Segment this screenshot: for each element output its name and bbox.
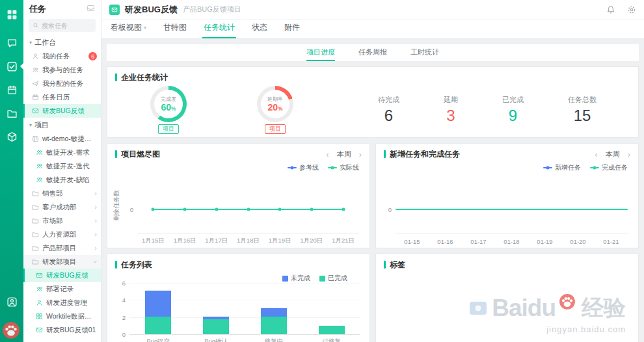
charts-row-2: 任务列表 未完成已完成 0246 Bug提交Bug确认修复中已修复 标签 bbox=[107, 254, 639, 342]
sidebar-item[interactable]: 敏捷开发-缺陷 bbox=[23, 173, 101, 187]
stat-label: 延期 bbox=[444, 95, 458, 105]
legend-item-实际线[interactable]: 实际线 bbox=[328, 163, 359, 172]
apps-icon[interactable] bbox=[0, 126, 23, 147]
task-list-bar-chart: 未完成已完成 0246 Bug提交Bug确认修复中已修复 bbox=[107, 272, 369, 342]
sidebar-item[interactable]: 敏捷开发-需求 bbox=[23, 146, 101, 159]
calendar-icon[interactable] bbox=[0, 79, 23, 100]
inbox-icon[interactable] bbox=[87, 4, 95, 14]
sidebar-item[interactable]: 部署记录 bbox=[23, 282, 101, 296]
legend-item-已完成[interactable]: 已完成 bbox=[319, 274, 347, 283]
tab-附件[interactable]: 附件 bbox=[284, 22, 300, 38]
x-tick-label: 01-15 bbox=[396, 238, 429, 245]
sidebar-item[interactable]: 客户成功部› bbox=[23, 200, 101, 214]
stat-已完成: 已完成9 bbox=[502, 95, 524, 125]
gear-icon[interactable] bbox=[627, 5, 636, 14]
tab-状态[interactable]: 状态 bbox=[252, 22, 267, 38]
sidebar-item[interactable]: 敏捷开发-迭代 bbox=[23, 159, 101, 173]
people-icon bbox=[36, 285, 43, 293]
data-point[interactable] bbox=[310, 208, 313, 211]
next-period-button[interactable]: › bbox=[359, 150, 362, 159]
sidebar-item[interactable]: 研发BUG反馈 bbox=[23, 269, 101, 282]
chat-icon[interactable] bbox=[0, 33, 23, 53]
y-tick-label: 0 bbox=[130, 206, 133, 213]
sidebar-item-label: 敏捷开发-缺陷 bbox=[46, 176, 97, 185]
search-box bbox=[29, 19, 96, 32]
sidebar: 任务 ▾工作台我的任务6我参与的任务我分配的任务任务日历研发BUG反馈▾项目wt… bbox=[23, 0, 101, 342]
stat-延期: 延期3 bbox=[444, 95, 458, 125]
legend-item-完成任务[interactable]: 完成任务 bbox=[590, 163, 628, 172]
bar-segment-未完成[interactable] bbox=[261, 308, 287, 317]
folder-icon bbox=[32, 258, 39, 265]
tab-甘特图[interactable]: 甘特图 bbox=[163, 22, 187, 38]
sidebar-item[interactable]: 人力资源部› bbox=[23, 228, 101, 241]
bar-segment-已完成[interactable] bbox=[203, 319, 229, 334]
bar-stack[interactable] bbox=[203, 317, 229, 334]
sidebar-item[interactable]: Worktile数据导入 bbox=[23, 309, 101, 323]
legend-item-未完成[interactable]: 未完成 bbox=[282, 274, 310, 283]
subtab-项目进度[interactable]: 项目进度 bbox=[306, 47, 335, 61]
sidebar-item-label: 客户成功部 bbox=[42, 203, 91, 212]
bar-segment-已完成[interactable] bbox=[145, 317, 171, 334]
sidebar-title: 任务 bbox=[29, 3, 46, 15]
subtab-label: 项目进度 bbox=[306, 48, 335, 56]
sidebar-item[interactable]: 我参与的任务 bbox=[23, 63, 101, 77]
subtab-任务周报[interactable]: 任务周报 bbox=[358, 47, 387, 61]
sidebar-item[interactable]: 我分配的任务 bbox=[23, 77, 101, 90]
legend-item-新增任务[interactable]: 新增任务 bbox=[543, 163, 581, 172]
sidebar-item-label: 任务日历 bbox=[42, 93, 97, 102]
x-axis-labels: Bug提交Bug确认修复中已修复 bbox=[129, 337, 360, 342]
user-account-icon[interactable] bbox=[0, 291, 23, 312]
data-point[interactable] bbox=[215, 208, 218, 211]
data-point[interactable] bbox=[278, 208, 282, 211]
card-enterprise-task-stats: 企业任务统计 完成度 60% 项目 bbox=[107, 66, 639, 138]
sidebar-item[interactable]: 任务日历 bbox=[23, 90, 101, 104]
prev-period-button[interactable]: ‹ bbox=[326, 150, 329, 159]
subtab-label: 任务周报 bbox=[358, 48, 387, 56]
card-burndown-chart: 项目燃尽图 ‹ 本周 › 参考线实际线 剩余任务数 0 1月15日1月16日1月… bbox=[107, 143, 370, 248]
delay-ring: 延期率 20% bbox=[257, 86, 293, 122]
prev-period-button[interactable]: ‹ bbox=[595, 150, 597, 159]
content: 项目进度任务周报工时统计 企业任务统计 完成度 60% bbox=[101, 39, 644, 342]
gauge-completion: 完成度 60% 项目 bbox=[150, 86, 187, 134]
search-input[interactable] bbox=[42, 22, 92, 29]
tab-任务统计[interactable]: 任务统计 bbox=[204, 22, 235, 38]
data-point[interactable] bbox=[247, 208, 250, 211]
bars bbox=[129, 283, 360, 334]
sidebar-item[interactable]: 研发BUG反馈 bbox=[23, 104, 101, 118]
subtab-工时统计[interactable]: 工时统计 bbox=[410, 47, 439, 61]
bar-stack[interactable] bbox=[145, 291, 171, 334]
sidebar-item[interactable]: 市场部› bbox=[23, 214, 101, 228]
sidebar-item[interactable]: 研发BUG反馈01 bbox=[23, 323, 101, 337]
sidebar-group-header[interactable]: ▾工作台 bbox=[23, 35, 101, 49]
x-tick-label: 01-20 bbox=[561, 238, 595, 245]
bar-segment-未完成[interactable] bbox=[145, 291, 171, 317]
sidebar-item[interactable]: 产品部项目› bbox=[23, 241, 101, 255]
sidebar-item-label: 我分配的任务 bbox=[42, 79, 97, 88]
bar-stack[interactable] bbox=[261, 308, 287, 334]
sidebar-item-label: 敏捷开发-需求 bbox=[46, 148, 97, 157]
sidebar-item[interactable]: wt-demo-敏捷开发 bbox=[23, 132, 101, 146]
bar-segment-已完成[interactable] bbox=[319, 326, 345, 334]
data-point[interactable] bbox=[183, 208, 187, 211]
sidebar-item[interactable]: 研发进度管理 bbox=[23, 296, 101, 309]
data-point[interactable] bbox=[152, 208, 155, 211]
data-point[interactable] bbox=[342, 208, 345, 211]
bar-segment-已完成[interactable] bbox=[261, 317, 287, 334]
tasks-icon[interactable] bbox=[0, 56, 23, 77]
sidebar-item[interactable]: 销售部› bbox=[23, 187, 101, 200]
legend-item-参考线[interactable]: 参考线 bbox=[288, 163, 319, 172]
sidebar-item[interactable]: 我的任务6 bbox=[23, 49, 101, 63]
x-tick-label: 01-19 bbox=[528, 238, 561, 245]
tab-看板视图[interactable]: 看板视图▾ bbox=[111, 22, 146, 38]
folder-icon bbox=[32, 204, 39, 211]
bell-icon[interactable] bbox=[606, 5, 615, 14]
bar-stack[interactable] bbox=[319, 326, 345, 334]
sidebar-group-header[interactable]: ▾项目 bbox=[23, 118, 101, 132]
sidebar-item[interactable]: 研发部项目› bbox=[23, 255, 101, 269]
completion-ring: 完成度 60% bbox=[150, 86, 187, 122]
projects-icon[interactable] bbox=[0, 103, 23, 124]
next-period-button[interactable]: › bbox=[628, 150, 630, 159]
worktile-logo-icon[interactable] bbox=[0, 4, 23, 25]
chevron-right-icon: › bbox=[94, 217, 97, 224]
stat-value: 6 bbox=[378, 107, 399, 125]
